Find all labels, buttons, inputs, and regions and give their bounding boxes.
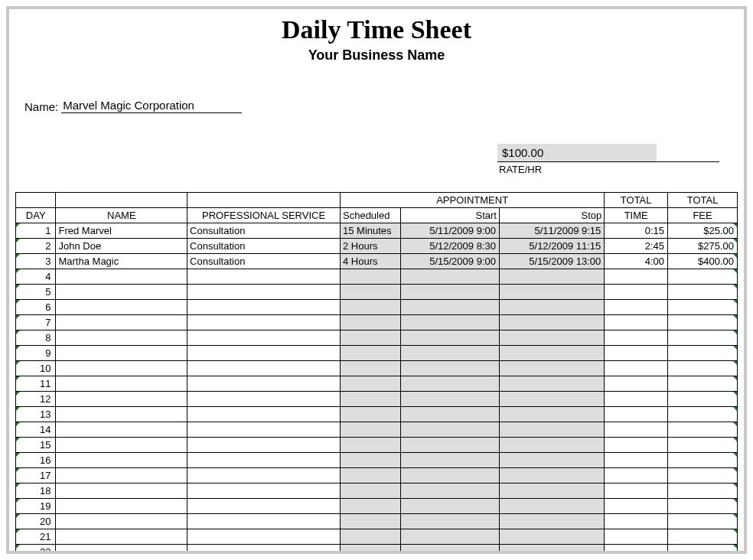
cell-service[interactable] — [187, 300, 341, 315]
cell-service[interactable] — [187, 392, 341, 407]
cell-time[interactable] — [605, 422, 668, 438]
cell-scheduled[interactable]: 4 Hours — [341, 254, 401, 269]
cell-service[interactable] — [187, 499, 341, 514]
cell-day[interactable]: 9 — [16, 346, 56, 361]
cell-stop[interactable] — [499, 285, 604, 300]
cell-name[interactable] — [56, 269, 187, 285]
cell-time[interactable]: 0:15 — [605, 223, 668, 239]
cell-scheduled[interactable]: 2 Hours — [341, 239, 401, 254]
cell-scheduled[interactable] — [341, 499, 401, 514]
cell-time[interactable] — [605, 376, 668, 392]
cell-time[interactable] — [605, 346, 668, 361]
cell-day[interactable]: 20 — [16, 514, 56, 529]
cell-day[interactable]: 2 — [16, 239, 56, 254]
cell-fee[interactable] — [668, 376, 738, 392]
cell-day[interactable]: 14 — [16, 422, 56, 438]
cell-start[interactable] — [400, 361, 499, 376]
cell-fee[interactable] — [668, 300, 738, 315]
cell-day[interactable]: 4 — [16, 269, 56, 285]
cell-time[interactable]: 4:00 — [605, 254, 668, 269]
cell-day[interactable]: 3 — [16, 254, 56, 269]
cell-stop[interactable] — [499, 376, 604, 392]
cell-fee[interactable] — [668, 392, 738, 407]
cell-time[interactable] — [605, 468, 668, 483]
cell-name[interactable]: Martha Magic — [56, 254, 187, 269]
cell-fee[interactable]: $400.00 — [668, 254, 738, 269]
cell-stop[interactable] — [499, 300, 604, 315]
cell-scheduled[interactable] — [341, 315, 401, 330]
cell-name[interactable] — [56, 422, 187, 438]
cell-day[interactable]: 21 — [16, 529, 56, 545]
cell-scheduled[interactable] — [341, 468, 401, 483]
cell-fee[interactable] — [668, 407, 738, 422]
cell-time[interactable] — [605, 545, 668, 555]
cell-start[interactable] — [400, 407, 499, 422]
cell-service[interactable] — [187, 346, 341, 361]
cell-time[interactable] — [605, 300, 668, 315]
cell-start[interactable] — [400, 483, 499, 499]
cell-day[interactable]: 1 — [16, 223, 56, 239]
cell-start[interactable] — [400, 330, 499, 346]
cell-service[interactable] — [187, 285, 341, 300]
cell-stop[interactable]: 5/11/2009 9:15 — [499, 223, 604, 239]
cell-service[interactable] — [187, 315, 341, 330]
cell-start[interactable] — [400, 315, 499, 330]
cell-scheduled[interactable] — [341, 361, 401, 376]
cell-stop[interactable] — [499, 529, 604, 545]
cell-day[interactable]: 5 — [16, 285, 56, 300]
cell-stop[interactable]: 5/12/2009 11:15 — [499, 239, 604, 254]
cell-name[interactable] — [56, 300, 187, 315]
cell-stop[interactable] — [499, 361, 604, 376]
cell-scheduled[interactable] — [341, 300, 401, 315]
cell-fee[interactable] — [668, 514, 738, 529]
cell-name[interactable] — [56, 346, 187, 361]
cell-time[interactable]: 2:45 — [605, 239, 668, 254]
cell-stop[interactable] — [499, 269, 604, 285]
cell-service[interactable] — [187, 453, 341, 468]
name-input[interactable]: Marvel Magic Corporation — [61, 99, 242, 113]
cell-time[interactable] — [605, 285, 668, 300]
cell-start[interactable] — [400, 376, 499, 392]
cell-name[interactable] — [56, 361, 187, 376]
cell-scheduled[interactable] — [341, 438, 401, 453]
cell-day[interactable]: 8 — [16, 330, 56, 346]
cell-name[interactable] — [56, 529, 187, 545]
cell-name[interactable] — [56, 315, 187, 330]
cell-stop[interactable] — [499, 407, 604, 422]
cell-start[interactable] — [400, 346, 499, 361]
cell-scheduled[interactable] — [341, 483, 401, 499]
cell-scheduled[interactable] — [341, 376, 401, 392]
cell-name[interactable] — [56, 330, 187, 346]
cell-start[interactable] — [400, 285, 499, 300]
cell-name[interactable] — [56, 407, 187, 422]
cell-time[interactable] — [605, 499, 668, 514]
cell-service[interactable] — [187, 407, 341, 422]
cell-fee[interactable] — [668, 361, 738, 376]
cell-day[interactable]: 7 — [16, 315, 56, 330]
cell-fee[interactable]: $275.00 — [668, 239, 738, 254]
cell-fee[interactable] — [668, 499, 738, 514]
cell-start[interactable] — [400, 392, 499, 407]
cell-day[interactable]: 11 — [16, 376, 56, 392]
cell-time[interactable] — [605, 514, 668, 529]
cell-day[interactable]: 22 — [16, 545, 56, 555]
cell-service[interactable] — [187, 438, 341, 453]
cell-start[interactable]: 5/15/2009 9:00 — [400, 254, 499, 269]
cell-name[interactable] — [56, 545, 187, 555]
cell-start[interactable] — [400, 545, 499, 555]
cell-time[interactable] — [605, 392, 668, 407]
cell-stop[interactable] — [499, 438, 604, 453]
cell-start[interactable] — [400, 300, 499, 315]
cell-fee[interactable] — [668, 330, 738, 346]
cell-fee[interactable] — [668, 285, 738, 300]
cell-start[interactable] — [400, 269, 499, 285]
cell-service[interactable]: Consultation — [187, 223, 341, 239]
cell-start[interactable] — [400, 529, 499, 545]
cell-stop[interactable] — [499, 392, 604, 407]
cell-stop[interactable] — [499, 315, 604, 330]
cell-fee[interactable] — [668, 453, 738, 468]
cell-day[interactable]: 10 — [16, 361, 56, 376]
cell-day[interactable]: 6 — [16, 300, 56, 315]
cell-scheduled[interactable] — [341, 453, 401, 468]
cell-stop[interactable] — [499, 514, 604, 529]
